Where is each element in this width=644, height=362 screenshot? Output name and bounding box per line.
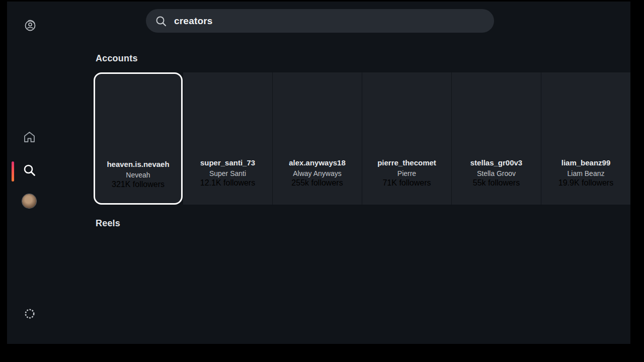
account-followers: 19.9K followers <box>558 178 613 188</box>
account-avatar <box>557 89 615 147</box>
account-avatar <box>109 90 168 149</box>
app-window: Accounts heaven.is.nevaeh Neveah 321K fo… <box>7 2 630 344</box>
account-followers: 12.1K followers <box>200 178 255 188</box>
reels-section-heading: Reels <box>96 218 120 229</box>
search-input[interactable] <box>174 16 471 27</box>
settings-gear-icon[interactable] <box>23 307 36 320</box>
account-username: alex.anyways18 <box>289 158 346 167</box>
account-username: heaven.is.nevaeh <box>107 160 169 168</box>
account-avatar <box>378 89 436 147</box>
account-username: stellas_gr00v3 <box>470 158 522 167</box>
account-tile[interactable]: super_santi_73 Super Santi 12.1K followe… <box>183 72 272 205</box>
account-followers: 55k followers <box>473 178 520 188</box>
account-display-name: Liam Beanz <box>568 169 605 177</box>
account-followers: 321K followers <box>112 180 165 189</box>
account-tile[interactable]: pierre_thecomet Pierre 71K followers <box>362 72 451 205</box>
account-followers: 255k followers <box>291 178 343 188</box>
account-avatar <box>467 89 526 147</box>
account-avatar <box>288 89 347 147</box>
search-bar[interactable] <box>146 9 494 33</box>
account-avatar <box>199 89 257 147</box>
account-username: liam_beanz99 <box>561 158 611 167</box>
profile-logo-icon[interactable] <box>24 18 37 32</box>
home-icon[interactable] <box>23 130 36 144</box>
account-display-name: Pierre <box>397 169 416 177</box>
account-tile[interactable]: heaven.is.nevaeh Neveah 321K followers <box>94 72 183 205</box>
account-display-name: Stella Groov <box>477 169 516 177</box>
account-username: pierre_thecomet <box>377 158 436 167</box>
account-username: super_santi_73 <box>200 158 255 167</box>
account-display-name: Alway Anyways <box>293 169 341 177</box>
search-icon[interactable] <box>22 163 37 177</box>
account-followers: 71K followers <box>382 178 431 188</box>
account-tile[interactable]: alex.anyways18 Alway Anyways 255k follow… <box>273 72 362 205</box>
accounts-section-heading: Accounts <box>96 53 138 64</box>
magnifier-icon <box>155 15 167 27</box>
account-display-name: Neveah <box>126 171 150 179</box>
account-tile[interactable]: liam_beanz99 Liam Beanz 19.9K followers <box>541 72 630 205</box>
user-avatar[interactable] <box>22 194 36 208</box>
accounts-row: heaven.is.nevaeh Neveah 321K followers s… <box>94 72 630 205</box>
account-tile[interactable]: stellas_gr00v3 Stella Groov 55k follower… <box>452 72 541 205</box>
account-display-name: Super Santi <box>209 169 246 177</box>
active-nav-indicator <box>12 161 14 182</box>
